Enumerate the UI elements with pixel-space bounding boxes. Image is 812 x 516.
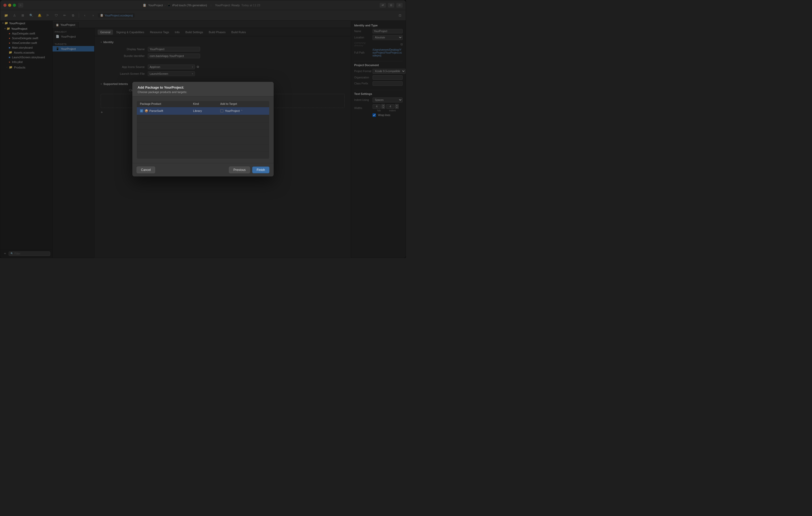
empty-cell-18 (217, 151, 269, 159)
empty-cell-16 (137, 151, 190, 159)
col-package: Package Product (137, 101, 190, 107)
previous-button[interactable]: Previous (229, 166, 250, 173)
package-checkbox[interactable]: ✓ (140, 109, 143, 113)
table-empty-row-4 (137, 137, 269, 144)
table-body: ✓ 📦 ParseSwift Library YourProject ⌃ (137, 107, 269, 159)
table-cell-kind: Library (190, 107, 217, 115)
col-kind: Kind (190, 101, 217, 107)
modal-footer: Cancel Previous Finish (133, 163, 273, 177)
empty-cell-12 (217, 137, 269, 144)
target-cell-content: YourProject ⌃ (220, 109, 266, 113)
empty-cell-11 (190, 137, 217, 144)
table-empty-row-6 (137, 151, 269, 159)
empty-cell-3 (217, 115, 269, 122)
empty-cell-1 (137, 115, 190, 122)
empty-cell-4 (137, 122, 190, 129)
empty-cell-5 (190, 122, 217, 129)
target-arrow-icon: ⌃ (241, 110, 243, 113)
empty-cell-13 (137, 144, 190, 151)
table-empty-row-3 (137, 129, 269, 137)
table-cell-package: ✓ 📦 ParseSwift (137, 107, 190, 115)
modal-titlebar: Add Package to YourProject: Choose packa… (133, 82, 273, 96)
modal-subtitle: Choose package products and targets: (138, 90, 268, 94)
table-header: Package Product Kind Add to Target (137, 101, 269, 107)
table-cell-target: YourProject ⌃ (217, 107, 269, 115)
empty-cell-17 (190, 151, 217, 159)
empty-cell-10 (137, 137, 190, 144)
cancel-button[interactable]: Cancel (137, 166, 155, 173)
modal-title: Add Package to YourProject: (138, 86, 268, 89)
add-package-modal: Add Package to YourProject: Choose packa… (133, 82, 273, 177)
modal-overlay: Add Package to YourProject: Choose packa… (0, 0, 406, 258)
target-name: YourProject (225, 109, 240, 113)
empty-cell-7 (137, 129, 190, 137)
table-empty-row-1 (137, 115, 269, 122)
package-pkg-icon: 📦 (145, 109, 148, 113)
empty-cell-9 (217, 129, 269, 137)
empty-cell-8 (190, 129, 217, 137)
empty-cell-6 (217, 122, 269, 129)
empty-cell-2 (190, 115, 217, 122)
finish-button[interactable]: Finish (252, 166, 269, 173)
table-row[interactable]: ✓ 📦 ParseSwift Library YourProject ⌃ (137, 107, 269, 115)
target-checkbox[interactable] (220, 109, 224, 113)
package-name: ParseSwift (149, 109, 163, 113)
col-target: Add to Target (217, 101, 269, 107)
empty-cell-14 (190, 144, 217, 151)
modal-btn-group: Previous Finish (229, 166, 269, 173)
table-empty-row-2 (137, 122, 269, 129)
empty-cell-15 (217, 144, 269, 151)
package-cell-content: ✓ 📦 ParseSwift (140, 109, 187, 113)
modal-content: Package Product Kind Add to Target ✓ 📦 P… (133, 96, 273, 163)
table-empty-row-5 (137, 144, 269, 151)
table-header-row: Package Product Kind Add to Target (137, 101, 269, 107)
package-table: Package Product Kind Add to Target ✓ 📦 P… (137, 101, 269, 159)
